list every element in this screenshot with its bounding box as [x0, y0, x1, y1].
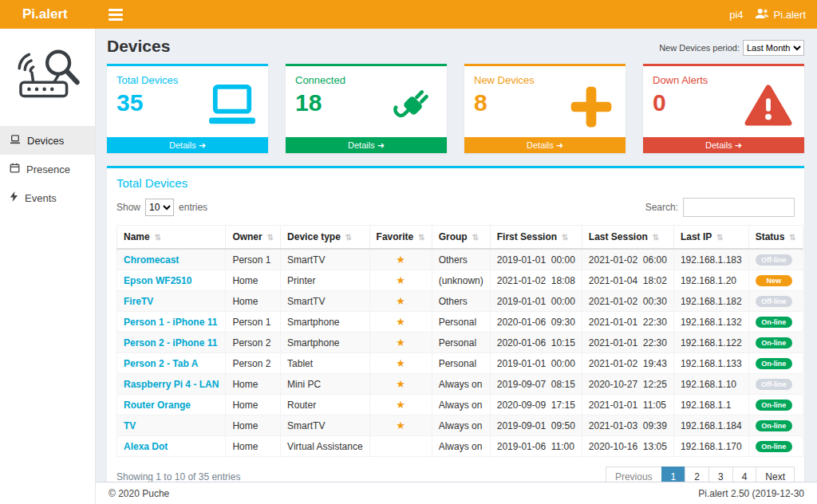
device-name-link[interactable]: TV: [124, 420, 136, 431]
owner-cell: Home: [226, 395, 281, 415]
details-button[interactable]: Details ➜: [286, 137, 447, 153]
last-ip-cell: 192.168.1.133: [673, 353, 748, 374]
top-navbar: Pi.alert pi4 Pi.alert: [0, 0, 817, 29]
favorite-cell: ★: [369, 333, 432, 353]
user-menu[interactable]: Pi.alert: [755, 8, 806, 22]
plug-icon: [388, 84, 436, 133]
status-badge: Off-line: [756, 379, 792, 390]
device-name-link[interactable]: Person 2 - Tab A: [124, 358, 198, 369]
details-button[interactable]: Details ➜: [643, 137, 804, 153]
status-badge: Off-line: [756, 296, 792, 307]
col-group[interactable]: Group⇅: [432, 226, 490, 250]
col-first-session[interactable]: First Session⇅: [490, 226, 582, 250]
status-cell: On-line: [748, 436, 803, 457]
status-badge: New: [756, 275, 792, 286]
favorite-cell: ★: [369, 312, 432, 333]
status-cell: Off-line: [748, 374, 803, 395]
table-row: Router OrangeHomeRouter★Always on2020-09…: [117, 395, 803, 415]
period-select[interactable]: Last Month: [743, 40, 804, 56]
sort-icon: ⇅: [716, 233, 723, 242]
group-cell: Always on: [432, 374, 490, 395]
card-down-alerts: Down Alerts 0 Details ➜: [643, 64, 804, 153]
copyright-label: © 2020 Puche: [109, 488, 169, 499]
name-cell: FireTV: [117, 291, 226, 312]
pagination-next[interactable]: Next: [756, 467, 795, 482]
last-ip-cell: 192.168.1.20: [673, 270, 748, 291]
summary-cards: Total Devices 35 Details ➜ Connected 18: [107, 64, 804, 153]
status-badge: On-line: [756, 441, 792, 452]
table-row: FireTVHomeSmartTV★Others2019-01-01 00:00…: [117, 291, 803, 312]
table-row: Person 2 - Tab APerson 2Tablet★Personal2…: [117, 353, 803, 374]
device-name-link[interactable]: Person 2 - iPhone 11: [124, 337, 217, 348]
last-session-cell: 2021-01-02 06:00: [582, 249, 673, 270]
favorite-cell: ★: [369, 374, 432, 395]
group-cell: Personal: [432, 312, 490, 333]
details-button[interactable]: Details ➜: [107, 137, 268, 153]
table-row: Epson WF2510HomePrinter★(unknown)2021-01…: [117, 270, 803, 291]
device-type-cell: SmartTV: [281, 415, 370, 436]
table-row: Person 1 - iPhone 11Person 1Smartphone★P…: [117, 312, 803, 333]
table-row: Alexa DotHomeVirtual AssistanceAlways on…: [117, 436, 803, 457]
sidebar-item-devices[interactable]: Devices: [0, 126, 95, 155]
device-name-link[interactable]: Person 1 - iPhone 11: [124, 317, 217, 328]
details-button[interactable]: Details ➜: [464, 137, 626, 153]
owner-cell: Person 1: [226, 249, 281, 270]
first-session-cell: 2019-01-01 00:00: [490, 353, 582, 374]
pagination-previous[interactable]: Previous: [606, 467, 662, 482]
col-last-ip[interactable]: Last IP⇅: [673, 226, 748, 250]
star-icon: ★: [396, 254, 405, 266]
col-owner[interactable]: Owner⇅: [226, 226, 281, 250]
search-input[interactable]: [683, 198, 795, 217]
device-name-link[interactable]: Chromecast: [124, 254, 179, 266]
table-row: Person 2 - iPhone 11Person 2Smartphone★P…: [117, 333, 803, 353]
first-session-cell: 2019-09-01 09:50: [490, 415, 582, 436]
sort-icon: ⇅: [653, 233, 659, 242]
device-name-link[interactable]: FireTV: [124, 296, 153, 307]
group-cell: (unknown): [432, 270, 490, 291]
status-cell: On-line: [748, 333, 803, 353]
owner-cell: Home: [226, 374, 281, 395]
pagination-page-3[interactable]: 3: [708, 467, 733, 482]
sidebar-item-label: Events: [25, 192, 57, 204]
pagination-page-1[interactable]: 1: [661, 467, 686, 482]
group-cell: Always on: [432, 415, 490, 436]
search-label: Search:: [645, 202, 678, 213]
col-favorite[interactable]: Favorite⇅: [369, 226, 432, 250]
col-status[interactable]: Status⇅: [748, 226, 803, 250]
pagination-page-2[interactable]: 2: [685, 467, 709, 482]
sort-icon: ⇅: [562, 233, 568, 242]
star-icon: ★: [396, 399, 405, 411]
users-icon: [755, 8, 769, 22]
page-length-select[interactable]: 10: [145, 199, 174, 216]
status-badge: On-line: [756, 317, 792, 328]
first-session-cell: 2021-01-02 18:08: [490, 270, 582, 291]
device-type-cell: SmartTV: [281, 249, 370, 270]
last-session-cell: 2021-01-01 22:30: [582, 333, 673, 353]
device-name-link[interactable]: Alexa Dot: [124, 441, 168, 452]
pagination-page-4[interactable]: 4: [732, 467, 757, 482]
status-cell: On-line: [748, 395, 803, 415]
first-session-cell: 2020-01-06 10:15: [490, 333, 582, 353]
device-name-link[interactable]: Epson WF2510: [124, 275, 191, 286]
page-footer: © 2020 Puche Pi.alert 2.50 (2019-12-30: [96, 482, 817, 504]
last-session-cell: 2021-01-02 00:30: [582, 291, 673, 312]
col-device-type[interactable]: Device type⇅: [281, 226, 370, 250]
table-row: ChromecastPerson 1SmartTV★Others2019-01-…: [117, 249, 803, 270]
sidebar-item-events[interactable]: Events: [0, 183, 95, 212]
bolt-icon: [10, 191, 18, 204]
sidebar-toggle-icon[interactable]: [109, 9, 123, 21]
first-session-cell: 2019-01-01 00:00: [490, 291, 582, 312]
device-name-link[interactable]: Router Orange: [124, 400, 191, 411]
name-cell: Alexa Dot: [117, 436, 226, 457]
device-type-cell: Tablet: [281, 353, 370, 374]
col-name[interactable]: Name⇅: [117, 226, 226, 250]
table-info: Showing 1 to 10 of 35 entries: [116, 471, 240, 482]
col-last-session[interactable]: Last Session⇅: [582, 226, 673, 250]
brand-logo[interactable]: Pi.alert: [0, 6, 96, 22]
owner-cell: Person 1: [226, 312, 281, 333]
device-name-link[interactable]: Raspberry Pi 4 - LAN: [124, 379, 219, 390]
sidebar-item-presence[interactable]: Presence: [0, 155, 95, 183]
last-session-cell: 2021-01-01 22:30: [582, 312, 673, 333]
card-connected: Connected 18 Details ➜: [286, 64, 447, 153]
favorite-cell: ★: [369, 249, 432, 270]
